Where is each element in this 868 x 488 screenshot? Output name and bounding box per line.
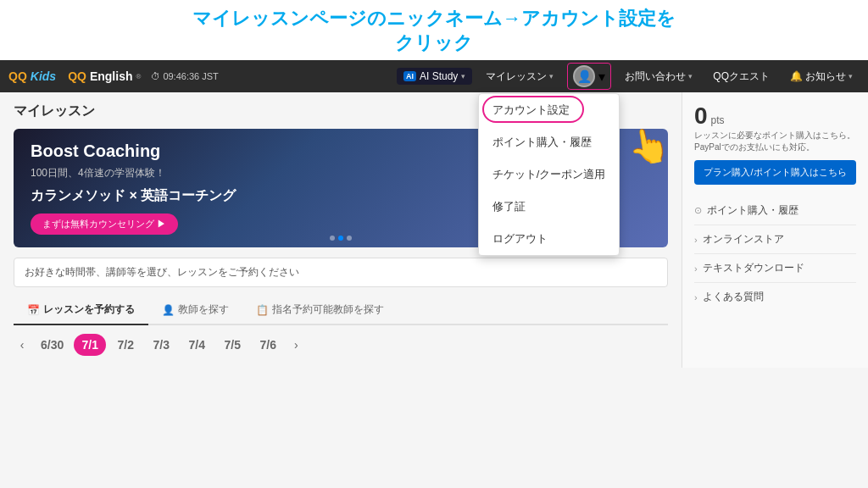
account-dropdown-menu: アカウント設定 ポイント購入・履歴 チケット/クーポン適用 修了証 ログアウト … (478, 93, 620, 256)
nav-qq-quest[interactable]: QQクエスト (706, 66, 776, 87)
date-7-5[interactable]: 7/5 (216, 334, 248, 356)
ai-study-label: AI Study (420, 70, 458, 82)
banner-dots (330, 236, 352, 241)
date-7-2[interactable]: 7/2 (109, 334, 142, 356)
date-7-4[interactable]: 7/4 (181, 334, 213, 356)
date-7-6[interactable]: 7/6 (252, 334, 284, 356)
annotation-header: マイレッスンページのニックネーム→アカウント設定をクリック (0, 0, 868, 60)
tab-book-icon: 📅 (27, 304, 40, 316)
date-selector: ‹ 6/30 7/1 7/2 7/3 7/4 7/5 7/6 › (14, 332, 668, 358)
qq-quest-label: QQクエスト (713, 69, 770, 84)
sidebar-download-label: テキストダウンロード (703, 261, 804, 275)
sidebar-faq-label: よくある質問 (703, 290, 764, 304)
right-sidebar: 0 pts レッスンに必要なポイント購入はこちら。PayPalでのお支払いにも対… (682, 92, 868, 368)
sidebar-points-icon: ⊙ (694, 205, 702, 216)
notifications-arrow: ▾ (849, 72, 853, 80)
tab-find-nominated[interactable]: 📋 指名予約可能教師を探す (242, 296, 398, 325)
dot-1 (330, 236, 335, 241)
notifications-icon: 🔔 (790, 70, 803, 82)
dropdown-item-certificate[interactable]: 修了証 (479, 191, 620, 223)
logo: QQ Kids QQ English ® (8, 69, 141, 83)
banner-subtitle: 100日間、4倍速の学習体験！ (31, 166, 236, 180)
sidebar-link-download[interactable]: › テキストダウンロード (694, 254, 856, 283)
sidebar-link-points[interactable]: ⊙ ポイント購入・履歴 (694, 197, 856, 225)
date-prev[interactable]: ‹ (14, 332, 31, 358)
date-6-30[interactable]: 6/30 (34, 334, 70, 356)
clock-icon: ⏱ (151, 71, 160, 81)
account-dropdown-wrapper: 👤 ▾ アカウント設定 ポイント購入・履歴 チケット/クーポン適用 修了証 ログ… (567, 63, 611, 90)
banner-text: Boost Coaching 100日間、4倍速の学習体験！ カランメソッド ×… (31, 141, 236, 235)
points-desc: レッスンに必要なポイント購入はこちら。PayPalでのお支払いにも対応。 (694, 130, 856, 153)
logo-kids: Kids (31, 69, 56, 83)
nav-ai-study[interactable]: AI AI Study ▾ (397, 68, 472, 85)
navbar-time: ⏱ 09:46:36 JST (151, 71, 218, 81)
avatar-icon: 👤 (577, 69, 592, 83)
sidebar-faq-icon: › (694, 292, 698, 302)
date-7-3[interactable]: 7/3 (145, 334, 177, 356)
tab-book-lesson[interactable]: 📅 レッスンを予約する (14, 296, 148, 325)
date-next[interactable]: › (287, 332, 304, 358)
tab-find-icon: 👤 (162, 304, 175, 316)
tab-nominated-label: 指名予約可能教師を探す (272, 302, 384, 317)
account-trigger[interactable]: 👤 ▾ (567, 63, 611, 90)
date-7-1[interactable]: 7/1 (74, 334, 106, 356)
sidebar-store-label: オンラインストア (703, 232, 784, 247)
dropdown-item-account-settings[interactable]: アカウント設定 (479, 94, 620, 126)
date-7-2-num: 7/2 (116, 338, 135, 352)
logo-english: English (90, 69, 133, 83)
dropdown-item-logout[interactable]: ログアウト (479, 223, 620, 255)
sidebar-link-store[interactable]: › オンラインストア (694, 225, 856, 254)
main-content: マイレッスン Boost Coaching 100日間、4倍速の学習体験！ カラ… (0, 92, 868, 368)
nav-my-lessons[interactable]: マイレッスン ▾ (479, 66, 560, 87)
instruction-box: お好きな時間帯、講師等を選び、レッスンをご予約ください (14, 258, 668, 287)
tab-nominated-icon: 📋 (256, 304, 269, 316)
avatar[interactable]: 👤 (573, 65, 595, 87)
date-7-6-num: 7/6 (259, 338, 277, 352)
annotation-title: マイレッスンページのニックネーム→アカウント設定をクリック (17, 7, 851, 55)
points-unit: pts (711, 114, 725, 126)
logo-registered: ® (136, 73, 141, 80)
instruction-text: お好きな時間帯、講師等を選び、レッスンをご予約ください (25, 266, 299, 278)
date-7-1-num: 7/1 (81, 338, 99, 352)
lesson-tabs: 📅 レッスンを予約する 👤 教師を探す 📋 指名予約可能教師を探す (14, 296, 668, 325)
points-section: 0 pts レッスンに必要なポイント購入はこちら。PayPalでのお支払いにも対… (694, 103, 856, 185)
dot-3 (347, 236, 352, 241)
points-value: 0 (694, 103, 708, 130)
date-6-30-num: 6/30 (41, 338, 64, 352)
nav-notifications[interactable]: 🔔 お知らせ ▾ (783, 66, 860, 87)
date-7-3-num: 7/3 (152, 338, 170, 352)
navbar: QQ Kids QQ English ® ⏱ 09:46:36 JST AI A… (0, 60, 868, 92)
sidebar-store-icon: › (694, 235, 698, 245)
nav-contact[interactable]: お問い合わせ ▾ (618, 66, 699, 87)
sidebar-download-icon: › (694, 263, 698, 274)
my-lessons-arrow: ▾ (549, 72, 554, 80)
contact-arrow: ▾ (688, 72, 693, 80)
sidebar-link-faq[interactable]: › よくある質問 (694, 283, 856, 311)
my-lessons-label: マイレッスン (486, 69, 547, 84)
banner-tagline: カランメソッド × 英語コーチング (31, 187, 236, 205)
account-arrow: ▾ (598, 69, 605, 85)
notifications-label: お知らせ (805, 69, 846, 84)
ai-study-arrow: ▾ (461, 72, 465, 80)
dropdown-item-coupon[interactable]: チケット/クーポン適用 (479, 158, 620, 191)
contact-label: お問い合わせ (625, 69, 686, 84)
tab-book-label: レッスンを予約する (43, 302, 135, 317)
date-7-4-num: 7/4 (187, 338, 206, 352)
date-7-5-num: 7/5 (223, 338, 242, 352)
dropdown-item-points-history[interactable]: ポイント購入・履歴 (479, 126, 620, 158)
dot-2 (338, 236, 343, 241)
tab-find-teacher[interactable]: 👤 教師を探す (148, 296, 242, 325)
ai-badge: AI (403, 71, 416, 81)
logo-qq: QQ (8, 69, 27, 83)
banner-cta-button[interactable]: まずは無料カウンセリング ▶ (31, 214, 178, 235)
buy-button[interactable]: プラン購入/ポイント購入はこちら (694, 160, 856, 185)
logo-qq2: QQ (68, 69, 86, 83)
sidebar-points-label: ポイント購入・履歴 (707, 203, 798, 218)
banner-title: Boost Coaching (31, 141, 236, 161)
tab-find-label: 教師を探す (178, 302, 229, 317)
